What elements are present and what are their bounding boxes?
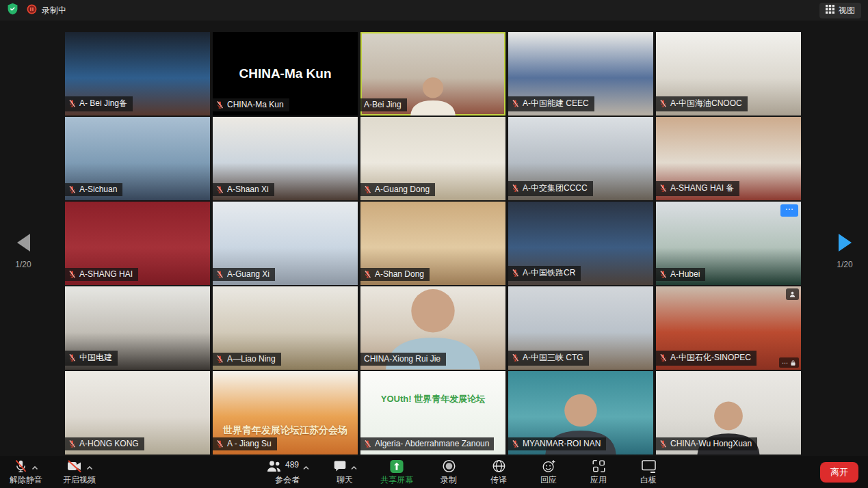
leave-button[interactable]: 离开 — [820, 462, 858, 483]
video-tile-18[interactable]: CHINA-Xiong Rui Jie — [360, 286, 505, 370]
previous-page-arrow-icon[interactable] — [17, 234, 30, 252]
record-button[interactable]: 录制 — [433, 457, 464, 487]
chat-chevron[interactable] — [350, 461, 357, 473]
interpretation-label: 传译 — [490, 475, 507, 485]
participant-name-tag: A—Liao Ning — [213, 353, 281, 366]
muted-mic-icon — [659, 353, 667, 362]
video-tile-21[interactable]: A-HONG KONG — [65, 371, 210, 455]
video-tile-25[interactable]: CHINA-Wu HongXuan — [656, 371, 801, 455]
participant-name: A-Bei Jing — [364, 100, 402, 109]
video-tile-13[interactable]: A-Shan Dong — [360, 202, 505, 285]
video-tile-7[interactable]: A-Shaan Xi — [213, 117, 358, 200]
participant-name: A- Bei Jing备 — [79, 98, 127, 109]
tile-display-text: YOUth! 世界青年发展论坛 — [360, 393, 505, 405]
apps-icon — [591, 459, 606, 476]
video-tile-4[interactable]: A-中国能建 CEEC — [508, 32, 653, 116]
recording-indicator[interactable]: 录制中 — [27, 4, 66, 17]
muted-mic-icon — [512, 99, 519, 108]
participant-name-tag: A - Jiang Su — [213, 437, 277, 450]
camera-off-icon — [66, 459, 83, 476]
video-tile-2[interactable]: CHINA-Ma KunCHINA-Ma Kun — [213, 32, 358, 116]
participant-name: A-Guang Dong — [375, 185, 430, 194]
chat-button[interactable]: 聊天 — [329, 457, 360, 487]
participant-silhouette — [402, 73, 463, 116]
tile-more-options-button[interactable]: ⋯ — [780, 204, 798, 217]
participant-name: A-中交集团CCCC — [523, 182, 588, 194]
pinned-participant-icon[interactable] — [786, 288, 799, 300]
video-tile-15[interactable]: ⋯A-Hubei — [656, 202, 801, 285]
participant-name-tag: Algeria- Abderrahmane Zanoun — [360, 437, 494, 450]
apps-label: 应用 — [590, 475, 607, 485]
muted-mic-icon — [364, 185, 371, 194]
participant-name-tag: CHINA-Xiong Rui Jie — [360, 353, 446, 366]
participant-name: A-中国铁路CR — [523, 267, 575, 279]
video-tile-14[interactable]: A-中国铁路CR — [508, 202, 653, 285]
video-tile-23[interactable]: YOUth! 世界青年发展论坛Algeria- Abderrahmane Zan… — [360, 371, 505, 455]
locked-indicator: ⋯ — [779, 357, 799, 368]
video-tile-12[interactable]: A-Guang Xi — [213, 202, 358, 285]
participants-icon — [265, 459, 282, 476]
video-options-chevron[interactable] — [86, 461, 93, 473]
video-tile-10[interactable]: A-SHANG HAI 备 — [656, 117, 801, 200]
start-video-button[interactable]: 开启视频 — [62, 457, 97, 487]
interpretation-button[interactable]: 传译 — [483, 457, 514, 487]
participants-button[interactable]: 489 参会者 — [264, 457, 311, 487]
participant-name-tag: A-Sichuan — [65, 183, 122, 196]
participant-name-tag: CHINA-Ma Kun — [213, 98, 289, 111]
muted-mic-icon — [512, 184, 519, 193]
participant-name: A-Guang Xi — [227, 269, 269, 279]
video-tile-1[interactable]: A- Bei Jing备 — [65, 32, 210, 116]
whiteboard-button[interactable]: 白板 — [633, 457, 664, 487]
video-tile-22[interactable]: 世界青年发展论坛江苏分会场A - Jiang Su — [213, 371, 358, 455]
video-tile-3[interactable]: A-Bei Jing — [360, 32, 505, 116]
participant-name: A-中国能建 CEEC — [523, 98, 589, 109]
tile-display-text: CHINA-Ma Kun — [213, 66, 358, 81]
participant-name: A-SHANG HAI 备 — [670, 182, 734, 194]
participant-name: A - Jiang Su — [227, 439, 272, 448]
pager-next: 1/20 — [824, 234, 865, 269]
video-tile-17[interactable]: A—Liao Ning — [213, 286, 358, 370]
participant-name: A-SHANG HAI — [79, 269, 133, 279]
audio-options-chevron[interactable] — [31, 461, 38, 473]
participant-name-tag: A-Hubei — [656, 268, 705, 281]
muted-mic-icon — [659, 270, 667, 279]
video-tile-11[interactable]: A-SHANG HAI — [65, 202, 210, 285]
video-tile-24[interactable]: MYANMAR-ROI NAN — [508, 371, 653, 455]
participant-name-tag: A-中国石化-SINOPEC — [656, 351, 757, 366]
video-tile-9[interactable]: A-中交集团CCCC — [508, 117, 653, 200]
recording-icon — [27, 4, 37, 17]
participant-name: A-中国海油CNOOC — [670, 98, 742, 109]
meeting-window: 录制中 视图 1/20 1/20 A- Bei Jing备CHINA-Ma Ku… — [0, 0, 868, 488]
next-page-arrow-icon[interactable] — [839, 234, 852, 252]
video-grid: A- Bei Jing备CHINA-Ma KunCHINA-Ma KunA-Be… — [65, 32, 801, 455]
video-tile-6[interactable]: A-Sichuan — [65, 117, 210, 200]
participant-name-tag: A-Shaan Xi — [213, 183, 274, 196]
participant-name: A-中国三峡 CTG — [523, 352, 583, 364]
video-tile-5[interactable]: A-中国海油CNOOC — [656, 32, 801, 116]
participants-chevron[interactable] — [302, 461, 309, 473]
participant-name-tag: 中国电建 — [65, 351, 118, 366]
participant-name: A-Shaan Xi — [227, 185, 269, 194]
video-tile-16[interactable]: 中国电建 — [65, 286, 210, 370]
video-tile-8[interactable]: A-Guang Dong — [360, 117, 505, 200]
reactions-button[interactable]: 回应 — [533, 457, 564, 487]
apps-button[interactable]: 应用 — [583, 457, 614, 487]
muted-mic-icon — [216, 185, 224, 194]
muted-mic-icon — [216, 100, 224, 109]
share-screen-button[interactable]: 共享屏幕 — [379, 457, 415, 487]
view-button[interactable]: 视图 — [819, 3, 861, 18]
muted-mic-icon — [364, 270, 371, 279]
unmute-button[interactable]: 解除静音 — [8, 457, 44, 487]
record-icon — [441, 459, 456, 476]
bottom-toolbar: 解除静音 开启视频 — [0, 456, 868, 488]
video-tile-19[interactable]: A-中国三峡 CTG — [508, 286, 653, 370]
participants-count: 489 — [285, 460, 299, 470]
participant-name-tag: MYANMAR-ROI NAN — [508, 437, 606, 450]
muted-mic-icon — [216, 439, 224, 448]
participant-name: A-Hubei — [670, 269, 700, 279]
participant-name-tag: A-Shan Dong — [360, 268, 430, 281]
participant-name: A-Shan Dong — [375, 269, 424, 279]
video-tile-20[interactable]: ⋯A-中国石化-SINOPEC — [656, 286, 801, 370]
participant-name-tag: CHINA-Wu HongXuan — [656, 437, 757, 450]
reaction-smiley-icon — [541, 459, 556, 476]
